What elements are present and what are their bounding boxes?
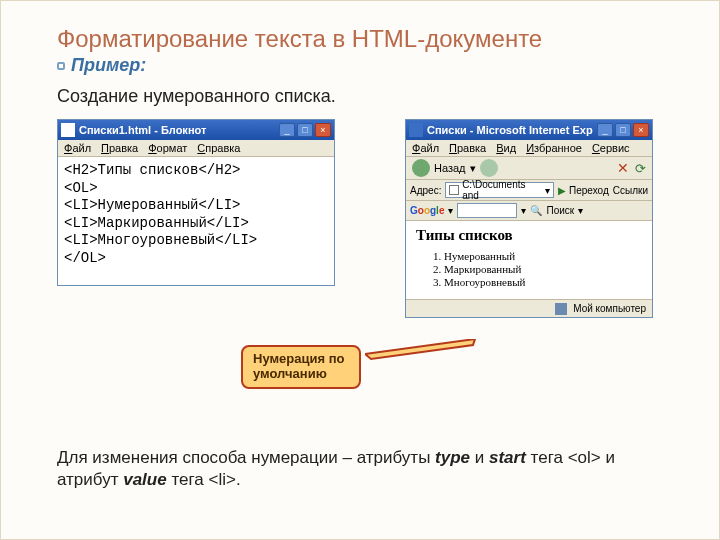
close-button[interactable]: ×: [633, 123, 649, 137]
ie-icon: [409, 123, 423, 137]
code-line: <LI>Нумерованный</LI>: [64, 197, 328, 215]
maximize-button[interactable]: □: [615, 123, 631, 137]
chevron-down-icon[interactable]: ▾: [448, 205, 453, 216]
ie-window: Списки - Microsoft Internet Explorer _ □…: [405, 119, 653, 318]
address-label: Адрес:: [410, 185, 441, 196]
notepad-window: Списки1.html - Блокнот _ □ × Файл Правка…: [57, 119, 335, 286]
minimize-button[interactable]: _: [279, 123, 295, 137]
computer-icon: [555, 303, 567, 315]
notepad-menubar: Файл Правка Формат Справка: [58, 140, 334, 157]
footnote: Для изменения способа нумерации – атрибу…: [57, 447, 679, 491]
stop-icon[interactable]: ✕: [617, 160, 629, 176]
code-line: <LI>Многоуровневый</LI>: [64, 232, 328, 250]
window-buttons: _ □ ×: [597, 123, 649, 137]
ordered-list: Нумерованный Маркированный Многоуровневы…: [416, 250, 642, 288]
forward-icon[interactable]: [480, 159, 498, 177]
notepad-title-text: Списки1.html - Блокнот: [79, 124, 275, 136]
links-label[interactable]: Ссылки: [613, 185, 648, 196]
dropdown-icon[interactable]: ▾: [470, 162, 476, 175]
code-line: </OL>: [64, 250, 328, 268]
code-line: <OL>: [64, 180, 328, 198]
page-icon: [449, 185, 459, 195]
example-line: Пример:: [57, 55, 679, 76]
chevron-down-icon[interactable]: ▾: [545, 185, 550, 196]
slide-title: Форматирование текста в HTML-документе: [57, 25, 679, 53]
menu-favorites[interactable]: Избранное: [526, 142, 582, 154]
menu-file[interactable]: Файл: [412, 142, 439, 154]
bullet-icon: [57, 62, 65, 70]
minimize-button[interactable]: _: [597, 123, 613, 137]
chevron-down-icon[interactable]: ▾: [578, 205, 583, 216]
menu-tools[interactable]: Сервис: [592, 142, 630, 154]
code-line: <H2>Типы списков</H2>: [64, 162, 328, 180]
nav-group: Назад ▾: [412, 159, 498, 177]
address-value: C:\Documents and: [462, 179, 542, 201]
callout-arrow-icon: [365, 339, 485, 379]
window-buttons: _ □ ×: [279, 123, 331, 137]
ie-addressbar: Адрес: C:\Documents and ▾ ▶ Переход Ссыл…: [406, 180, 652, 201]
address-input[interactable]: C:\Documents and ▾: [445, 182, 554, 198]
google-label: Google: [410, 205, 444, 216]
refresh-icon[interactable]: ⟳: [635, 161, 646, 176]
menu-view[interactable]: Вид: [496, 142, 516, 154]
search-icon[interactable]: 🔍: [530, 205, 542, 216]
status-text: Мой компьютер: [573, 303, 646, 314]
google-toolbar: Google ▾ ▾ 🔍 Поиск ▾: [406, 201, 652, 221]
list-item: Маркированный: [444, 263, 642, 275]
code-area[interactable]: <H2>Типы списков</H2> <OL> <LI>Нумерован…: [58, 157, 334, 285]
list-item: Многоуровневый: [444, 276, 642, 288]
back-label[interactable]: Назад: [434, 162, 466, 174]
subtitle: Создание нумерованного списка.: [57, 86, 679, 107]
list-item: Нумерованный: [444, 250, 642, 262]
menu-help[interactable]: Справка: [197, 142, 240, 154]
notepad-icon: [61, 123, 75, 137]
code-line: <LI>Маркированный</LI>: [64, 215, 328, 233]
go-button[interactable]: ▶ Переход: [558, 185, 609, 196]
ie-toolbar: Назад ▾ ✕ ⟳: [406, 157, 652, 180]
search-label[interactable]: Поиск: [546, 205, 574, 216]
callout-box: Нумерация по умолчанию: [241, 345, 361, 389]
menu-edit[interactable]: Правка: [101, 142, 138, 154]
menu-file[interactable]: Файл: [64, 142, 91, 154]
ie-menubar: Файл Правка Вид Избранное Сервис: [406, 140, 652, 157]
ie-title-text: Списки - Microsoft Internet Explorer: [427, 124, 593, 136]
menu-edit[interactable]: Правка: [449, 142, 486, 154]
notepad-titlebar: Списки1.html - Блокнот _ □ ×: [58, 120, 334, 140]
callout: Нумерация по умолчанию: [241, 345, 361, 389]
content-heading: Типы списков: [416, 227, 642, 244]
maximize-button[interactable]: □: [297, 123, 313, 137]
google-search-input[interactable]: [457, 203, 517, 218]
chevron-down-icon[interactable]: ▾: [521, 205, 526, 216]
ie-statusbar: Мой компьютер: [406, 299, 652, 317]
ie-titlebar: Списки - Microsoft Internet Explorer _ □…: [406, 120, 652, 140]
close-button[interactable]: ×: [315, 123, 331, 137]
svg-marker-0: [365, 339, 475, 359]
example-label: Пример:: [71, 55, 146, 76]
ie-content: Типы списков Нумерованный Маркированный …: [406, 221, 652, 299]
back-icon[interactable]: [412, 159, 430, 177]
menu-format[interactable]: Формат: [148, 142, 187, 154]
